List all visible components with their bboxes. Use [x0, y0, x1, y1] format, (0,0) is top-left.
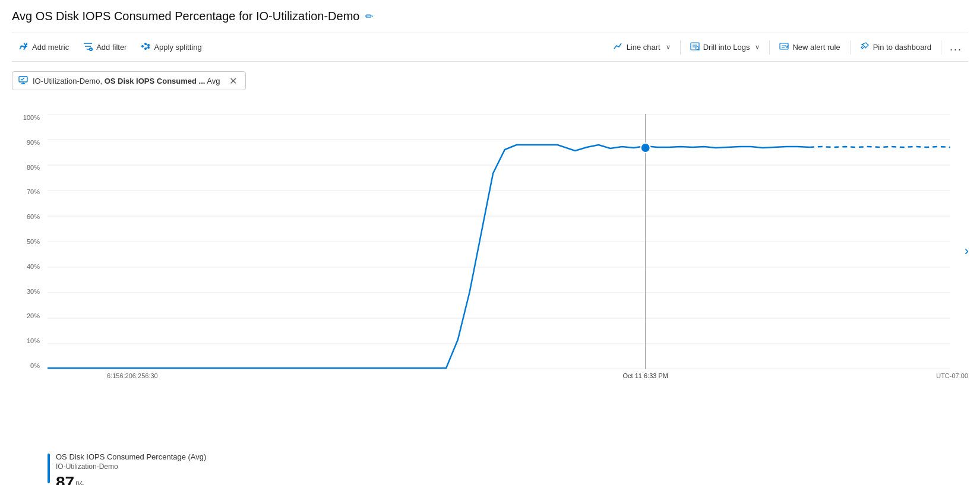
- x-label-630: 6:30: [145, 372, 157, 379]
- drill-into-logs-button[interactable]: Drill into Logs ∨: [683, 38, 767, 56]
- svg-rect-6: [691, 43, 699, 50]
- pin-to-dashboard-label: Pin to dashboard: [873, 43, 931, 52]
- divider-2: [769, 40, 770, 55]
- toolbar: Add metric Add filter: [12, 33, 968, 62]
- chart-inner[interactable]: [48, 114, 950, 369]
- new-alert-rule-button[interactable]: New alert rule: [772, 38, 847, 56]
- add-metric-button[interactable]: Add metric: [12, 38, 76, 56]
- x-label-615: 6:15: [107, 372, 119, 379]
- add-filter-icon: [83, 42, 93, 53]
- divider-3: [850, 40, 851, 55]
- add-filter-button[interactable]: Add filter: [76, 38, 134, 56]
- svg-point-4: [147, 44, 150, 46]
- svg-point-5: [147, 46, 150, 49]
- y-label-60: 60%: [12, 213, 45, 220]
- y-label-90: 90%: [12, 139, 45, 146]
- y-label-70: 70%: [12, 188, 45, 195]
- y-label-0: 0%: [12, 362, 45, 369]
- drill-into-logs-label: Drill into Logs: [703, 43, 750, 52]
- legend-value-number: 87: [56, 473, 74, 485]
- chart-legend: OS Disk IOPS Consumed Percentage (Avg) I…: [12, 452, 968, 485]
- line-chart-dropdown-icon: ∨: [666, 43, 671, 51]
- metric-pill: IO-Utilization-Demo, OS Disk IOPS Consum…: [12, 71, 246, 90]
- legend-item: OS Disk IOPS Consumed Percentage (Avg) I…: [48, 452, 968, 485]
- y-label-20: 20%: [12, 312, 45, 319]
- new-alert-rule-label: New alert rule: [792, 43, 840, 52]
- line-chart-button[interactable]: Line chart ∨: [606, 38, 678, 56]
- svg-rect-8: [780, 43, 788, 49]
- chart-next-arrow[interactable]: ›: [962, 239, 971, 264]
- edit-icon[interactable]: ✏: [365, 11, 373, 22]
- line-chart-icon: [614, 42, 623, 53]
- x-axis: 6:15 6:20 6:25 6:30: [48, 372, 950, 379]
- y-label-50: 50%: [12, 238, 45, 245]
- svg-point-1: [141, 45, 144, 47]
- legend-value-unit: %: [75, 480, 84, 485]
- divider-4: [941, 40, 941, 55]
- chart-area: 100% 90% 80% 70% 60% 50% 40% 30% 20% 10%…: [12, 102, 968, 435]
- y-label-30: 30%: [12, 288, 45, 295]
- chart-line-solid: [48, 145, 810, 368]
- page-title-bar: Avg OS Disk IOPS Consumed Percentage for…: [12, 9, 968, 23]
- y-label-10: 10%: [12, 337, 45, 344]
- x-label-625: 6:25: [132, 372, 145, 379]
- vm-icon: [18, 76, 28, 86]
- metric-pill-close-button[interactable]: ✕: [227, 75, 239, 87]
- pin-icon: [860, 42, 870, 53]
- alert-icon: [779, 42, 789, 53]
- legend-subtitle: IO-Utilization-Demo: [56, 462, 206, 471]
- y-label-100: 100%: [12, 114, 45, 121]
- y-label-40: 40%: [12, 263, 45, 270]
- chart-svg: [48, 114, 950, 369]
- x-label-620: 6:20: [119, 372, 132, 379]
- apply-splitting-label: Apply splitting: [154, 43, 201, 52]
- page-container: Avg OS Disk IOPS Consumed Percentage for…: [0, 0, 980, 485]
- page-title: Avg OS Disk IOPS Consumed Percentage for…: [12, 9, 359, 23]
- drill-logs-dropdown-icon: ∨: [755, 43, 760, 51]
- crosshair-label: Oct 11 6:33 PM: [623, 372, 668, 379]
- timezone-label: UTC-07:00: [936, 372, 968, 379]
- metric-aggregation: Avg: [207, 77, 220, 85]
- line-chart-label: Line chart: [627, 43, 660, 52]
- legend-title: OS Disk IOPS Consumed Percentage (Avg): [56, 452, 206, 461]
- metric-name: OS Disk IOPS Consumed ...: [105, 77, 206, 85]
- y-axis: 100% 90% 80% 70% 60% 50% 40% 30% 20% 10%…: [12, 114, 45, 369]
- x-label-empty: [158, 372, 944, 379]
- y-label-80: 80%: [12, 164, 45, 171]
- more-options-label: ...: [950, 41, 962, 53]
- pin-to-dashboard-button[interactable]: Pin to dashboard: [853, 38, 938, 56]
- add-metric-label: Add metric: [32, 43, 69, 52]
- metric-pill-text: IO-Utilization-Demo, OS Disk IOPS Consum…: [33, 77, 220, 85]
- more-options-button[interactable]: ...: [944, 39, 968, 56]
- add-filter-label: Add filter: [96, 43, 127, 52]
- legend-color-bar: [48, 454, 50, 483]
- apply-splitting-icon: [141, 42, 150, 53]
- drill-logs-icon: [690, 42, 700, 53]
- svg-point-7: [696, 47, 698, 50]
- data-point-circle: [641, 143, 650, 153]
- legend-text: OS Disk IOPS Consumed Percentage (Avg) I…: [56, 452, 206, 485]
- apply-splitting-button[interactable]: Apply splitting: [134, 38, 208, 56]
- metric-resource: IO-Utilization-Demo: [33, 77, 100, 85]
- chart-line-dashed: [810, 147, 950, 147]
- divider-1: [680, 40, 681, 55]
- legend-value: 87 %: [56, 473, 206, 485]
- add-metric-icon: [19, 42, 29, 53]
